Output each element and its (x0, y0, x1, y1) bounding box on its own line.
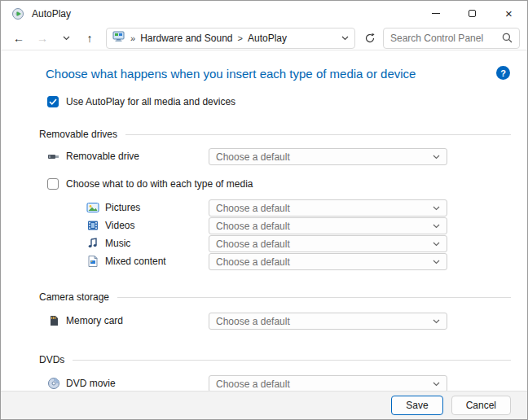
page-title: Choose what happens when you insert each… (46, 67, 527, 81)
chevron-down-icon (433, 319, 440, 324)
row-music: Music Choose a default (1, 235, 527, 252)
section-title: DVDs (39, 354, 64, 365)
up-arrow-icon: ↑ (87, 33, 93, 44)
back-arrow-icon: ← (13, 33, 24, 44)
location-icon (112, 31, 125, 45)
dvd-movie-dropdown[interactable]: Choose a default (209, 375, 447, 391)
mixed-content-dropdown[interactable]: Choose a default (209, 253, 447, 270)
refresh-button[interactable] (359, 28, 381, 48)
forward-arrow-icon: → (37, 33, 48, 44)
chevron-down-icon (63, 36, 70, 41)
cancel-button[interactable]: Cancel (451, 396, 511, 415)
chevron-down-icon (433, 260, 440, 265)
section-dvds: DVDs (39, 354, 511, 365)
videos-dropdown[interactable]: Choose a default (209, 217, 447, 234)
window-title: AutoPlay (32, 8, 71, 20)
navigation-bar: ← → ↑ » Hardware and Sound > AutoPlay (1, 26, 527, 50)
chevron-down-icon (341, 36, 349, 41)
autoplay-window: AutoPlay × ← → ↑ » Hardware and Sound > … (0, 0, 528, 420)
title-bar: AutoPlay × (1, 1, 527, 26)
row-videos: Videos Choose a default (1, 217, 527, 234)
removable-drive-label: Removable drive (66, 151, 139, 162)
music-icon (86, 237, 99, 250)
search-icon (502, 33, 513, 43)
section-camera-storage: Camera storage (39, 291, 511, 303)
address-dropdown-button[interactable] (341, 36, 349, 41)
use-autoplay-row: Use AutoPlay for all media and devices (47, 96, 527, 107)
up-button[interactable]: ↑ (79, 28, 100, 48)
row-dvd-movie: DVD movie Choose a default (1, 375, 527, 391)
section-divider (117, 297, 511, 298)
mixed-content-label: Mixed content (105, 256, 166, 267)
address-bar[interactable]: » Hardware and Sound > AutoPlay (106, 28, 355, 49)
footer-bar: Save Cancel (1, 391, 527, 419)
media-type-label: Choose what to do with each type of medi… (66, 178, 253, 190)
recent-locations-button[interactable] (55, 28, 77, 48)
chevron-down-icon (433, 155, 440, 160)
music-label: Music (105, 238, 130, 249)
media-type-checkbox[interactable] (47, 178, 59, 190)
pictures-icon (86, 201, 99, 214)
breadcrumb-hardware-and-sound[interactable]: Hardware and Sound (140, 33, 232, 44)
chevron-down-icon (433, 382, 440, 387)
row-removable-drive: Removable drive Choose a default (1, 148, 527, 165)
music-dropdown[interactable]: Choose a default (209, 235, 447, 252)
back-button[interactable]: ← (8, 28, 29, 48)
row-mixed-content: Mixed content Choose a default (1, 253, 527, 270)
minimize-icon (432, 13, 440, 14)
pictures-dropdown[interactable]: Choose a default (209, 199, 447, 217)
chevron-down-icon (433, 242, 440, 247)
help-button[interactable]: ? (496, 66, 510, 80)
search-box[interactable] (383, 28, 520, 49)
main-content: Choose what happens when you insert each… (1, 50, 527, 391)
use-autoplay-label: Use AutoPlay for all media and devices (66, 96, 235, 107)
section-removable-drives: Removable drives (39, 129, 511, 140)
autoplay-app-icon (11, 7, 24, 20)
memory-card-icon (47, 314, 60, 327)
chevron-down-icon (433, 206, 440, 211)
maximize-icon (469, 10, 476, 17)
close-button[interactable]: × (491, 1, 527, 26)
window-controls: × (417, 1, 527, 26)
dvd-movie-icon (47, 377, 60, 390)
section-title: Camera storage (39, 291, 109, 303)
section-divider (125, 134, 511, 135)
section-divider (73, 360, 511, 361)
videos-icon (86, 219, 99, 232)
chevron-down-icon (433, 224, 440, 229)
row-pictures: Pictures Choose a default (1, 199, 527, 217)
maximize-button[interactable] (454, 1, 491, 26)
breadcrumb-separator: > (238, 33, 243, 43)
videos-label: Videos (105, 220, 134, 231)
use-autoplay-checkbox[interactable] (47, 96, 59, 107)
check-icon (49, 98, 57, 105)
forward-button[interactable]: → (32, 28, 53, 48)
removable-drive-dropdown[interactable]: Choose a default (209, 148, 447, 165)
pictures-label: Pictures (105, 202, 140, 213)
dvd-movie-label: DVD movie (66, 378, 116, 389)
removable-drive-icon (47, 150, 60, 163)
section-title: Removable drives (39, 129, 117, 140)
close-icon: × (505, 7, 513, 20)
breadcrumb-overflow-icon: » (130, 33, 135, 43)
minimize-button[interactable] (417, 1, 454, 26)
refresh-icon (364, 33, 376, 44)
row-memory-card: Memory card Choose a default (1, 313, 527, 330)
breadcrumb-autoplay[interactable]: AutoPlay (248, 33, 287, 44)
media-type-row: Choose what to do with each type of medi… (47, 178, 527, 190)
search-input[interactable] (390, 33, 502, 44)
mixed-content-icon (86, 255, 99, 268)
memory-card-label: Memory card (66, 315, 123, 326)
save-button[interactable]: Save (391, 396, 442, 415)
memory-card-dropdown[interactable]: Choose a default (209, 313, 447, 330)
